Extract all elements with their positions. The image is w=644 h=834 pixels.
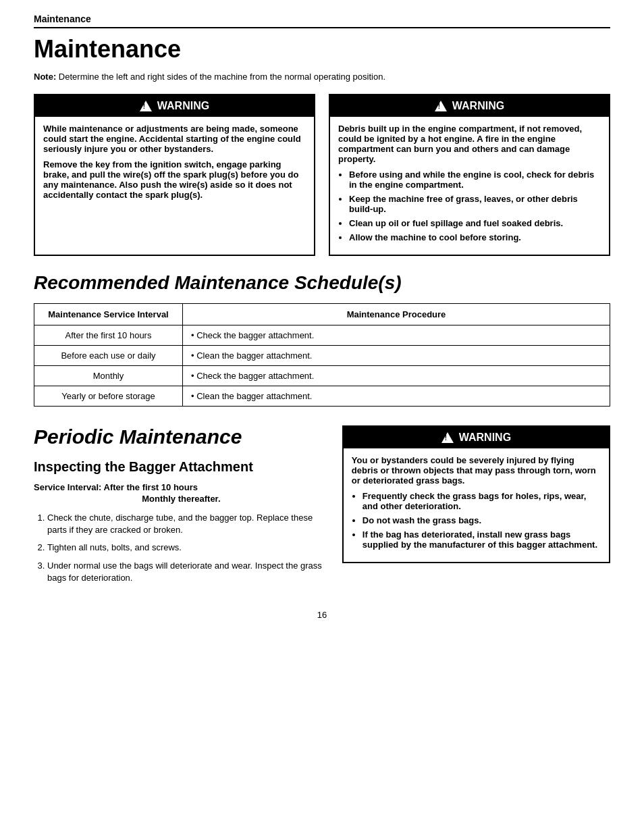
page-title: Maintenance <box>34 35 610 63</box>
step-1: Check the chute, discharge tube, and the… <box>47 512 329 536</box>
warning3-bullet-3: If the bag has deteriorated, install new… <box>363 529 601 550</box>
note-text: Determine the left and right sides of th… <box>59 72 385 82</box>
monthly-thereafter: Monthly thereafter. <box>34 494 329 504</box>
warning3-bullet-1: Frequently check the grass bags for hole… <box>363 491 601 511</box>
warning3-bullet-2: Do not wash the grass bags. <box>363 515 601 525</box>
warning-box-2: WARNING Debris built up in the engine co… <box>329 94 610 256</box>
periodic-left: Periodic Maintenance Inspecting the Bagg… <box>34 425 329 590</box>
interval-cell: Before each use or daily <box>34 346 183 366</box>
warning-triangle-icon-2 <box>435 101 447 111</box>
warning2-intro: Debris built up in the engine compartmen… <box>338 124 601 164</box>
procedure-cell: • Clean the bagger attachment. <box>183 346 610 366</box>
note-label: Note: <box>34 72 56 82</box>
warning-body-1: While maintenance or adjustments are bei… <box>35 124 314 200</box>
top-header: Maintenance <box>34 14 610 28</box>
page: Maintenance Maintenance Note: Determine … <box>0 0 644 834</box>
step-3: Under normal use the bags will deteriora… <box>47 560 329 584</box>
warning-body-3: You or bystanders could be severely inju… <box>344 455 609 550</box>
col2-header: Maintenance Procedure <box>183 304 610 325</box>
table-header-row: Maintenance Service Interval Maintenance… <box>34 304 610 325</box>
table-row: Before each use or daily• Clean the bagg… <box>34 346 610 366</box>
table-body: After the first 10 hours• Check the bagg… <box>34 325 610 407</box>
recommended-title: Recommended Maintenance Schedule(s) <box>34 272 610 294</box>
warning1-para2: Remove the key from the ignition switch,… <box>43 159 306 200</box>
warning3-list: Frequently check the grass bags for hole… <box>363 491 601 550</box>
warning-header-1: WARNING <box>35 95 314 117</box>
warning-header-2: WARNING <box>330 95 609 117</box>
interval-cell: After the first 10 hours <box>34 325 183 346</box>
warning2-bullet-1: Before using and while the engine is coo… <box>349 170 601 190</box>
periodic-right: WARNING You or bystanders could be sever… <box>342 425 610 590</box>
maintenance-table: Maintenance Service Interval Maintenance… <box>34 303 610 407</box>
procedure-cell: • Clean the bagger attachment. <box>183 386 610 407</box>
periodic-sub-title: Inspecting the Bagger Attachment <box>34 458 329 475</box>
warning-box-3: WARNING You or bystanders could be sever… <box>342 425 610 563</box>
warning2-bullet-2: Keep the machine free of grass, leaves, … <box>349 194 601 214</box>
warning2-list: Before using and while the engine is coo… <box>349 170 601 242</box>
warning-row: WARNING While maintenance or adjustments… <box>34 94 610 256</box>
step-2: Tighten all nuts, bolts, and screws. <box>47 542 329 554</box>
warning2-bullet-4: Allow the machine to cool before storing… <box>349 232 601 242</box>
warning2-bullet-3: Clean up oil or fuel spillage and fuel s… <box>349 218 601 228</box>
warning-box-1: WARNING While maintenance or adjustments… <box>34 94 315 256</box>
warning1-para1: While maintenance or adjustments are bei… <box>43 124 306 154</box>
procedure-cell: • Check the bagger attachment. <box>183 325 610 346</box>
service-interval: Service Interval: After the first 10 hou… <box>34 482 329 492</box>
interval-cell: Yearly or before storage <box>34 386 183 407</box>
warning-label-1: WARNING <box>157 100 209 112</box>
table-row: Monthly• Check the bagger attachment. <box>34 366 610 386</box>
top-header-title: Maintenance <box>34 14 91 24</box>
table-row: Yearly or before storage• Clean the bagg… <box>34 386 610 407</box>
table-row: After the first 10 hours• Check the bagg… <box>34 325 610 346</box>
interval-cell: Monthly <box>34 366 183 386</box>
warning-triangle-icon-1 <box>140 101 152 111</box>
procedure-cell: • Check the bagger attachment. <box>183 366 610 386</box>
page-number: 16 <box>34 610 610 620</box>
warning3-intro: You or bystanders could be severely inju… <box>352 455 601 486</box>
note-line: Note: Determine the left and right sides… <box>34 72 610 82</box>
warning-body-2: Debris built up in the engine compartmen… <box>330 124 609 242</box>
periodic-steps: Check the chute, discharge tube, and the… <box>47 512 329 584</box>
periodic-section: Periodic Maintenance Inspecting the Bagg… <box>34 425 610 590</box>
warning-label-3: WARNING <box>459 432 511 444</box>
warning-label-2: WARNING <box>452 100 504 112</box>
warning-triangle-icon-3 <box>441 432 454 443</box>
col1-header: Maintenance Service Interval <box>34 304 183 325</box>
warning-header-3: WARNING <box>344 427 609 448</box>
periodic-title: Periodic Maintenance <box>34 425 329 448</box>
